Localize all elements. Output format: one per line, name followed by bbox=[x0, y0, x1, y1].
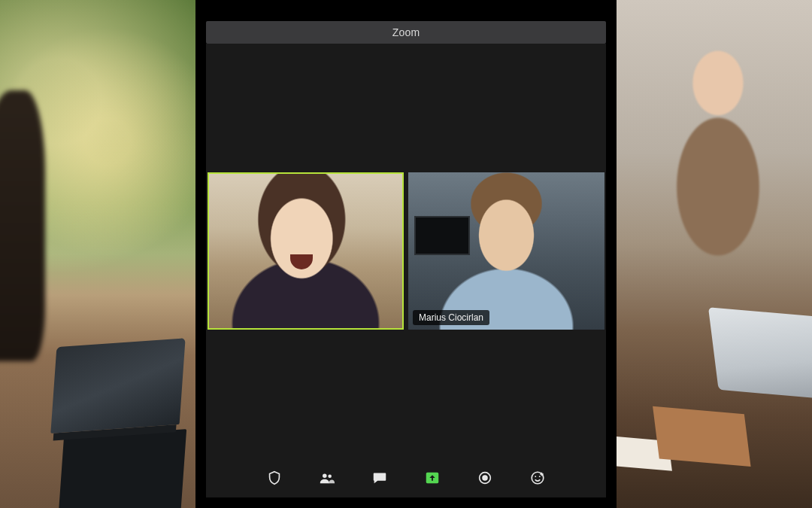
meeting-toolbar bbox=[206, 458, 606, 497]
participants-button[interactable] bbox=[317, 468, 337, 488]
shield-icon bbox=[266, 470, 283, 486]
chat-icon bbox=[371, 470, 388, 486]
participant-name-label: Marius Ciocirlan bbox=[419, 312, 483, 323]
record-button[interactable] bbox=[475, 468, 495, 488]
video-tile-participant-1[interactable] bbox=[208, 172, 404, 330]
reactions-icon bbox=[529, 470, 546, 486]
participants-icon bbox=[319, 470, 335, 486]
video-area: Marius Ciocirlan bbox=[206, 44, 606, 458]
svg-point-1 bbox=[328, 474, 332, 478]
collage-photo-left bbox=[0, 0, 195, 508]
participant-name-tag: Marius Ciocirlan bbox=[413, 310, 489, 325]
window-titlebar[interactable]: Zoom bbox=[206, 21, 606, 44]
collage-photo-right bbox=[617, 0, 812, 508]
record-icon bbox=[477, 470, 493, 486]
chat-button[interactable] bbox=[370, 468, 389, 488]
svg-point-7 bbox=[539, 476, 541, 477]
reactions-button[interactable] bbox=[528, 468, 547, 488]
video-tile-participant-2[interactable]: Marius Ciocirlan bbox=[408, 172, 604, 330]
share-screen-icon bbox=[424, 470, 441, 486]
zoom-window: Zoom Marius Ciocirlan bbox=[195, 0, 617, 508]
svg-point-4 bbox=[483, 476, 487, 480]
svg-point-6 bbox=[535, 476, 536, 477]
window-title: Zoom bbox=[392, 26, 420, 38]
security-button[interactable] bbox=[265, 468, 284, 488]
share-screen-button[interactable] bbox=[423, 468, 442, 488]
video-grid: Marius Ciocirlan bbox=[206, 172, 606, 330]
svg-point-0 bbox=[323, 474, 327, 479]
